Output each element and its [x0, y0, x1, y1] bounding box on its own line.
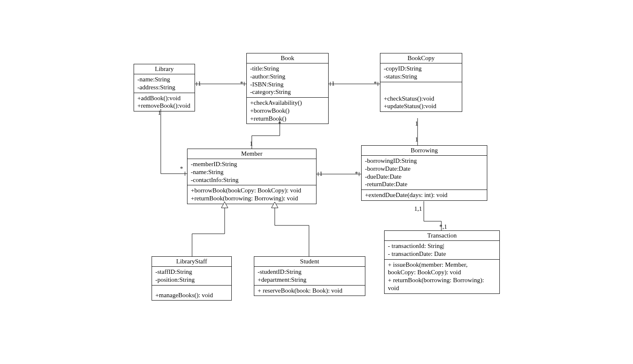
op: +borrowBook() [250, 107, 325, 115]
class-ops: +checkStatus():void +updateStatus():void [380, 82, 462, 112]
class-attrs: -copyID:String -status:String [380, 63, 462, 82]
class-book: Book -title:String -author:String -ISBN:… [246, 53, 329, 124]
op: +extendDueDate(days: int): void [365, 191, 484, 199]
mult-member-borrow-right: * [355, 170, 358, 177]
class-library: Library -name:String -address:String +ad… [134, 64, 195, 111]
class-title: BookCopy [380, 53, 462, 63]
class-attrs: -title:String -author:String -ISBN:Strin… [247, 63, 328, 98]
class-member: Member -memberID:String -name:String -co… [187, 149, 316, 204]
attr: +department:String [258, 276, 362, 284]
class-ops: + issueBook(member: Member, bookCopy: Bo… [385, 260, 499, 293]
op: +returnBook(borrowing: Borrowing): void [191, 195, 313, 202]
op: +checkStatus():void [384, 95, 458, 103]
class-ops: + reserveBook(book: Book): void [254, 286, 365, 296]
attr: -author:String [250, 73, 325, 81]
op: + returnBook(borrowing: Borrowing): void [388, 276, 496, 292]
mult-lib-book-left: 1 [198, 80, 201, 87]
class-title: Member [187, 149, 316, 159]
op: +updateStatus():void [384, 102, 458, 110]
class-librarystaff: LibraryStaff -staffID:String -position:S… [152, 256, 232, 301]
attr: -ISBN:String [250, 81, 325, 88]
mult-lib-member-bottom: * [180, 165, 183, 172]
op: + issueBook(member: Member, bookCopy: Bo… [388, 261, 496, 277]
attr: -status:String [384, 73, 458, 81]
mult-book-member-top: * [278, 120, 281, 127]
attr: -category:String [250, 88, 325, 96]
op: + reserveBook(book: Book): void [258, 287, 362, 295]
class-ops: +checkAvailability() +borrowBook() +retu… [247, 98, 328, 124]
op: +manageBooks(): void [155, 291, 228, 299]
attr: -studentID:String [258, 268, 362, 276]
class-ops: +addBook():void +removeBook():void [134, 93, 195, 111]
mult-borrow-trans-bottom: *,1 [439, 223, 447, 230]
op: +checkAvailability() [250, 99, 325, 107]
class-ops: +borrowBook(bookCopy: BookCopy): void +r… [187, 185, 316, 204]
attr: - transactionDate: Date [388, 250, 496, 258]
class-bookcopy: BookCopy -copyID:String -status:String +… [380, 53, 462, 112]
attr: -contactInfo:String [191, 176, 313, 184]
class-attrs: -staffID:String -position:String [152, 267, 231, 286]
mult-copy-borrow-bottom: 1 [415, 136, 418, 143]
attr: -returnDate:Date [365, 180, 484, 188]
class-attrs: -memberID:String -name:String -contactIn… [187, 159, 316, 185]
class-title: Library [134, 64, 195, 74]
attr: - transactionId: String| [388, 242, 496, 250]
mult-book-member-bottom: 1 [250, 140, 253, 147]
attr: -memberID:String [191, 160, 313, 168]
op: +addBook():void [137, 94, 191, 102]
class-title: Borrowing [362, 146, 487, 156]
mult-book-copy-right: * [374, 80, 377, 87]
attr: -position:String [155, 276, 228, 284]
class-title: Transaction [385, 231, 499, 241]
class-borrowing: Borrowing -borrowingID:String -borrowDat… [361, 145, 487, 201]
class-ops: +extendDueDate(days: int): void [362, 190, 487, 200]
class-transaction: Transaction - transactionId: String| - t… [384, 230, 500, 294]
attr: -dueDate:Date [365, 173, 484, 181]
class-attrs: - transactionId: String| - transactionDa… [385, 241, 499, 260]
mult-member-borrow-left: 1 [319, 170, 323, 177]
class-student: Student -studentID:String +department:St… [254, 256, 365, 296]
op: +borrowBook(bookCopy: BookCopy): void [191, 187, 313, 195]
mult-lib-book-right: * [240, 80, 243, 87]
attr: -name:String [137, 76, 191, 83]
class-title: LibraryStaff [152, 257, 231, 267]
class-title: Book [247, 53, 328, 63]
attr: -name:String [191, 168, 313, 176]
op: +removeBook():void [137, 102, 191, 110]
attr: -copyID:String [384, 65, 458, 73]
attr: -borrowingID:String [365, 157, 484, 165]
class-attrs: -studentID:String +department:String [254, 267, 365, 286]
class-attrs: -name:String -address:String [134, 74, 195, 93]
class-ops: +manageBooks(): void [152, 286, 231, 301]
class-attrs: -borrowingID:String -borrowDate:Date -du… [362, 156, 487, 190]
mult-book-copy-left: 1 [332, 80, 335, 87]
mult-lib-member-top: 1 [158, 109, 161, 116]
attr: -borrowDate:Date [365, 165, 484, 173]
op: +returnBook() [250, 115, 325, 123]
class-title: Student [254, 257, 365, 267]
attr: -staffID:String [155, 268, 228, 276]
mult-borrow-trans-top: 1,1 [414, 205, 422, 212]
attr: -title:String [250, 65, 325, 73]
attr: -address:String [137, 83, 191, 91]
mult-copy-borrow-top: 1 [415, 120, 418, 127]
